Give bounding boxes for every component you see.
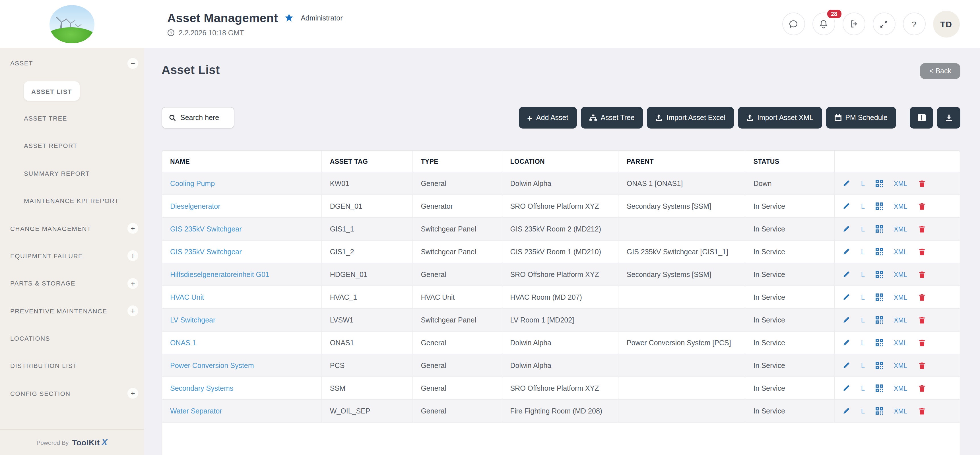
sidebar-item-config-section[interactable]: CONFIG SECTION + [0,380,144,407]
link-action[interactable]: L [861,316,865,324]
expand-icon[interactable]: + [127,223,138,234]
xml-action[interactable]: XML [894,339,907,346]
delete-icon[interactable] [918,384,925,392]
col-parent[interactable]: PARENT [619,151,745,172]
delete-icon[interactable] [918,202,925,210]
qrcode-icon[interactable] [876,385,883,392]
delete-icon[interactable] [918,293,925,301]
edit-icon[interactable] [843,362,850,369]
asset-name-link[interactable]: HVAC Unit [170,293,204,301]
edit-icon[interactable] [843,316,850,324]
qrcode-icon[interactable] [876,180,883,187]
edit-icon[interactable] [843,407,850,415]
edit-icon[interactable] [843,271,850,278]
edit-icon[interactable] [843,180,850,187]
asset-name-link[interactable]: Water Separator [170,407,222,415]
qrcode-icon[interactable] [876,339,883,346]
qrcode-icon[interactable] [876,407,883,415]
sidebar-item-distribution-list[interactable]: DISTRIBUTION LIST [0,352,144,380]
col-status[interactable]: STATUS [745,151,835,172]
sidebar-item-parts-storage[interactable]: PARTS & STORAGE + [0,270,144,297]
col-type[interactable]: TYPE [412,151,502,172]
sidebar-item-change-management[interactable]: CHANGE MANAGEMENT + [0,215,144,242]
delete-icon[interactable] [918,180,925,188]
asset-name-link[interactable]: LV Switchgear [170,316,215,324]
sidebar-item-locations[interactable]: LOCATIONS [0,325,144,352]
sidebar-item-preventive-maintenance[interactable]: PREVENTIVE MAINTENANCE + [0,297,144,325]
download-button[interactable] [937,107,960,129]
delete-icon[interactable] [918,407,925,415]
xml-action[interactable]: XML [894,362,907,369]
xml-action[interactable]: XML [894,180,907,187]
link-action[interactable]: L [861,384,865,392]
edit-icon[interactable] [843,225,850,232]
search-input[interactable]: Search here [162,107,234,129]
xml-action[interactable]: XML [894,294,907,301]
delete-icon[interactable] [918,339,925,347]
link-action[interactable]: L [861,270,865,278]
xml-action[interactable]: XML [894,385,907,391]
asset-name-link[interactable]: Dieselgenerator [170,202,221,210]
edit-icon[interactable] [843,339,850,346]
delete-icon[interactable] [918,316,925,324]
expand-icon[interactable]: + [127,388,138,399]
xml-action[interactable]: XML [894,271,907,278]
collapse-icon[interactable]: − [127,58,138,68]
link-action[interactable]: L [861,407,865,415]
help-button[interactable]: ? [903,13,925,35]
xml-action[interactable]: XML [894,248,907,255]
qrcode-icon[interactable] [876,293,883,301]
link-action[interactable]: L [861,202,865,210]
link-action[interactable]: L [861,361,865,369]
edit-icon[interactable] [843,202,850,210]
xml-action[interactable]: XML [894,407,907,414]
asset-name-link[interactable]: ONAS 1 [170,339,196,347]
sidebar-item-asset-report[interactable]: ASSET REPORT [0,132,144,159]
delete-icon[interactable] [918,225,925,233]
delete-icon[interactable] [918,248,925,256]
link-action[interactable]: L [861,180,865,188]
import-asset-xml-button[interactable]: Import Asset XML [738,107,822,129]
delete-icon[interactable] [918,361,925,369]
xml-action[interactable]: XML [894,317,907,323]
pm-schedule-button[interactable]: PM Schedule [826,107,896,129]
qrcode-icon[interactable] [876,202,883,210]
qrcode-icon[interactable] [876,248,883,255]
import-asset-excel-button[interactable]: Import Asset Excel [647,107,734,129]
add-asset-button[interactable]: + Add Asset [519,107,577,129]
qrcode-icon[interactable] [876,225,883,232]
asset-name-link[interactable]: Secondary Systems [170,384,233,392]
notifications-button[interactable]: 28 [812,13,835,35]
logout-button[interactable] [842,13,865,35]
xml-action[interactable]: XML [894,203,907,210]
asset-name-link[interactable]: Power Conversion System [170,361,254,369]
link-action[interactable]: L [861,293,865,301]
qrcode-icon[interactable] [876,271,883,278]
column-settings-button[interactable] [910,107,933,129]
back-button[interactable]: < Back [920,63,960,79]
asset-name-link[interactable]: GIS 235kV Switchgear [170,248,242,256]
sidebar-item-summary-report[interactable]: SUMMARY REPORT [0,159,144,187]
link-action[interactable]: L [861,339,865,347]
col-location[interactable]: LOCATION [502,151,618,172]
sidebar-item-asset[interactable]: ASSET − [0,49,144,77]
edit-icon[interactable] [843,248,850,255]
edit-icon[interactable] [843,385,850,392]
asset-name-link[interactable]: Cooling Pump [170,180,215,188]
xml-action[interactable]: XML [894,226,907,232]
delete-icon[interactable] [918,270,925,278]
sidebar-item-asset-tree[interactable]: ASSET TREE [0,105,144,132]
expand-icon[interactable]: + [127,305,138,316]
asset-name-link[interactable]: Hilfsdieselgeneratoreinheit G01 [170,270,269,278]
chat-button[interactable] [782,13,805,35]
sidebar-item-asset-list[interactable]: ASSET LIST [0,77,144,105]
user-avatar[interactable]: TD [933,11,959,37]
expand-icon[interactable]: + [127,278,138,289]
edit-icon[interactable] [843,293,850,301]
sidebar-item-equipment-failure[interactable]: EQUIPMENT FAILURE + [0,242,144,270]
col-asset-tag[interactable]: ASSET TAG [322,151,413,172]
asset-tree-button[interactable]: Asset Tree [581,107,643,129]
qrcode-icon[interactable] [876,316,883,324]
col-name[interactable]: NAME [162,151,322,172]
expand-icon[interactable]: + [127,251,138,261]
